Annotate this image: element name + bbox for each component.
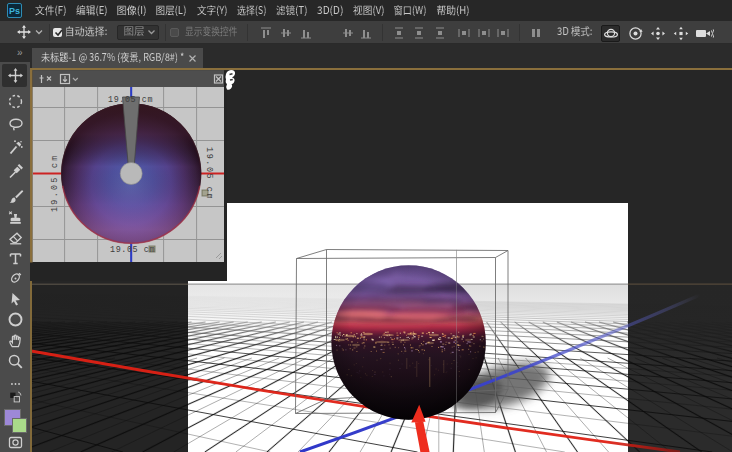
svg-text:19.05 cm: 19.05 cm [50,153,60,212]
svg-text:19.05 cm: 19.05 cm [204,147,214,200]
svg-text:19.05 cm: 19.05 cm [110,245,155,255]
svg-text:19.05 cm: 19.05 cm [108,95,153,105]
